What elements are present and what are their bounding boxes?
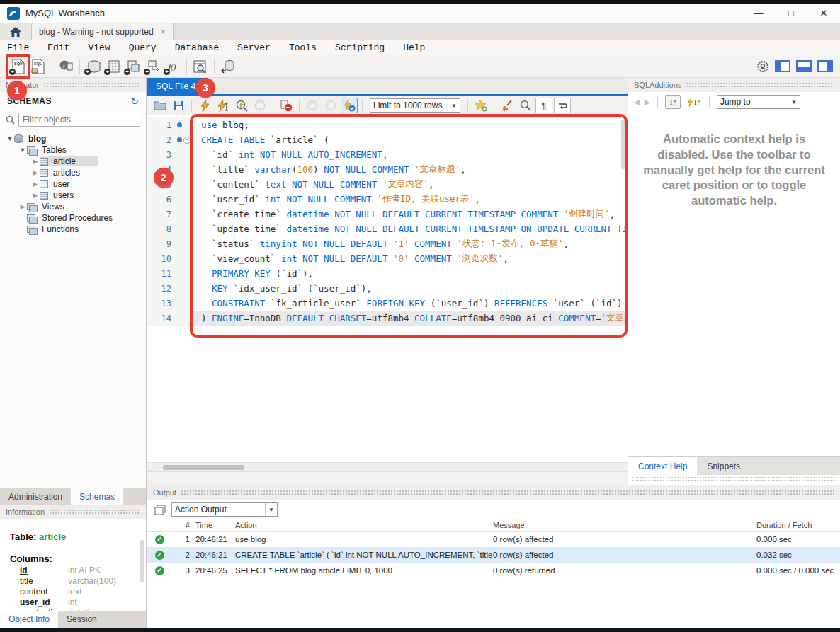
action-column-header[interactable]: Action bbox=[231, 521, 493, 529]
output-view-dropdown[interactable]: Action Output ▼ bbox=[171, 502, 278, 517]
create-function-button[interactable]: f() + bbox=[163, 57, 183, 76]
tab-schemas[interactable]: Schemas bbox=[71, 488, 123, 505]
scrollbar-thumb[interactable] bbox=[163, 465, 244, 470]
table-icon bbox=[40, 158, 48, 166]
message-column-header[interactable]: Message bbox=[493, 521, 756, 529]
bolt-icon bbox=[687, 98, 693, 107]
tab-context-help[interactable]: Context Help bbox=[628, 457, 697, 475]
create-schema-button[interactable]: + bbox=[84, 57, 103, 76]
tree-item-articles[interactable]: ▶articles bbox=[0, 167, 146, 178]
output-row-3[interactable]: ✓320:46:25SELECT * FROM blog.article LIM… bbox=[147, 563, 840, 578]
plus-badge-icon: + bbox=[84, 69, 91, 75]
toggle-word-wrap-button[interactable] bbox=[554, 98, 571, 113]
sql-additions-panel: SQLAdditions ◀ ▶ I? I? Jump to ▼ Automat… bbox=[628, 78, 840, 485]
menu-server[interactable]: Server bbox=[237, 42, 271, 53]
output-row-1[interactable]: ✓120:46:21use blog0 row(s) affected0.000… bbox=[147, 532, 840, 547]
time-column-header[interactable]: Time bbox=[190, 521, 231, 529]
close-button[interactable]: ✕ bbox=[807, 4, 840, 23]
tab-session[interactable]: Session bbox=[58, 611, 106, 628]
duration-column-header[interactable]: Duration / Fetch bbox=[756, 521, 840, 529]
create-view-button[interactable]: + bbox=[123, 57, 143, 76]
connection-tab[interactable]: blog - Warning - not supported × bbox=[31, 23, 174, 40]
tab-snippets[interactable]: Snippets bbox=[697, 457, 750, 475]
output-row-2[interactable]: ✓220:46:21CREATE TABLE `article` ( `id` … bbox=[147, 547, 840, 563]
expander-right-icon[interactable]: ▶ bbox=[31, 192, 40, 199]
toggle-secondary-sidebar-button[interactable] bbox=[817, 60, 833, 72]
toggle-automatic-help-button[interactable]: I? bbox=[685, 95, 702, 109]
editor-horizontal-scrollbar[interactable] bbox=[147, 462, 628, 471]
toolbar-separator bbox=[191, 99, 192, 112]
tree-item-blog[interactable]: ▼blog bbox=[0, 133, 146, 144]
column-type: int bbox=[68, 597, 77, 608]
toggle-autocommit-button[interactable] bbox=[341, 98, 358, 113]
expander-down-icon[interactable]: ▼ bbox=[6, 135, 14, 142]
reconnect-dbms-button[interactable] bbox=[218, 57, 238, 76]
tree-item-article[interactable]: ▶article bbox=[0, 156, 146, 167]
open-sql-script-button[interactable]: SQL bbox=[28, 57, 48, 76]
tree-item-functions[interactable]: Functions bbox=[0, 224, 146, 235]
info-scrollbar[interactable] bbox=[140, 540, 144, 582]
manual-context-help-button[interactable]: I? bbox=[665, 95, 681, 109]
output-rows: ✓120:46:21use blog0 row(s) affected0.000… bbox=[147, 532, 840, 578]
menu-database[interactable]: Database bbox=[175, 42, 219, 53]
connection-tab-close-icon[interactable]: × bbox=[161, 27, 166, 37]
explain-plan-button[interactable] bbox=[233, 98, 250, 113]
save-snippet-button[interactable] bbox=[472, 98, 489, 113]
expander-down-icon[interactable]: ▼ bbox=[18, 146, 27, 154]
maximize-button[interactable]: □ bbox=[775, 4, 807, 23]
search-table-data-button[interactable] bbox=[191, 57, 210, 76]
execute-current-statement-button[interactable] bbox=[215, 98, 232, 113]
find-button[interactable] bbox=[517, 98, 534, 113]
num-column-header[interactable]: # bbox=[171, 521, 190, 529]
tree-item-views[interactable]: ▶Views bbox=[0, 201, 146, 212]
home-tab-button[interactable] bbox=[0, 23, 31, 40]
tree-item-tables[interactable]: ▼Tables bbox=[0, 144, 146, 156]
tree-item-user[interactable]: ▶user bbox=[0, 178, 146, 190]
svg-text:SQL: SQL bbox=[34, 62, 42, 66]
menu-edit[interactable]: Edit bbox=[47, 42, 69, 53]
expander-right-icon[interactable]: ▶ bbox=[31, 158, 40, 165]
menu-file[interactable]: File bbox=[7, 42, 29, 53]
minimize-button[interactable]: — bbox=[742, 4, 775, 23]
tree-item-label: Views bbox=[39, 202, 67, 212]
filter-objects-input[interactable] bbox=[18, 113, 140, 127]
beautify-script-button[interactable] bbox=[499, 98, 516, 113]
tab-object-info[interactable]: Object Info bbox=[0, 611, 58, 628]
menu-help[interactable]: Help bbox=[403, 42, 425, 53]
toggle-fill bbox=[798, 67, 810, 71]
refresh-schemas-icon[interactable]: ↻ bbox=[130, 96, 139, 107]
row-limit-dropdown[interactable]: Limit to 1000 rows ▼ bbox=[370, 98, 460, 113]
jump-to-dropdown[interactable]: Jump to ▼ bbox=[717, 95, 800, 109]
save-script-button[interactable] bbox=[170, 98, 187, 113]
open-script-button[interactable] bbox=[152, 98, 169, 113]
row-action: CREATE TABLE `article` ( `id` int NOT NU… bbox=[231, 551, 493, 559]
expander-right-icon[interactable]: ▶ bbox=[31, 169, 40, 176]
toggle-output-panel-button[interactable] bbox=[796, 60, 812, 72]
toggle-sidebar-button[interactable] bbox=[775, 60, 790, 72]
toggle-stop-on-error-button[interactable] bbox=[278, 98, 295, 113]
menu-view[interactable]: View bbox=[88, 42, 110, 53]
window-controls: — □ ✕ bbox=[742, 4, 840, 23]
execute-script-button[interactable] bbox=[196, 98, 213, 113]
create-procedure-button[interactable]: + bbox=[143, 57, 163, 76]
expander-right-icon[interactable]: ▶ bbox=[31, 180, 40, 188]
line-number: 14 bbox=[147, 311, 176, 326]
help-forward-button[interactable]: ▶ bbox=[644, 98, 649, 107]
tab-administration[interactable]: Administration bbox=[0, 488, 71, 505]
gutter-markers bbox=[176, 296, 191, 311]
tree-item-users[interactable]: ▶users bbox=[0, 190, 146, 201]
toolbar-separator bbox=[214, 59, 215, 74]
connection-tab-label: blog - Warning - not supported bbox=[39, 27, 154, 37]
create-table-button[interactable]: + bbox=[103, 57, 123, 76]
help-back-button[interactable]: ◀ bbox=[634, 98, 640, 107]
tables-icon bbox=[27, 214, 37, 222]
inspector-button[interactable]: i bbox=[56, 57, 76, 76]
menu-tools[interactable]: Tools bbox=[289, 42, 317, 53]
line-number: 13 bbox=[147, 296, 176, 311]
expander-right-icon[interactable]: ▶ bbox=[18, 203, 27, 210]
toggle-invisible-characters-button[interactable]: ¶ bbox=[535, 98, 552, 113]
menu-scripting[interactable]: Scripting bbox=[335, 42, 385, 53]
tree-item-stored-procedures[interactable]: Stored Procedures bbox=[0, 212, 146, 224]
notifications-icon[interactable] bbox=[756, 60, 769, 73]
menu-query[interactable]: Query bbox=[129, 42, 157, 53]
